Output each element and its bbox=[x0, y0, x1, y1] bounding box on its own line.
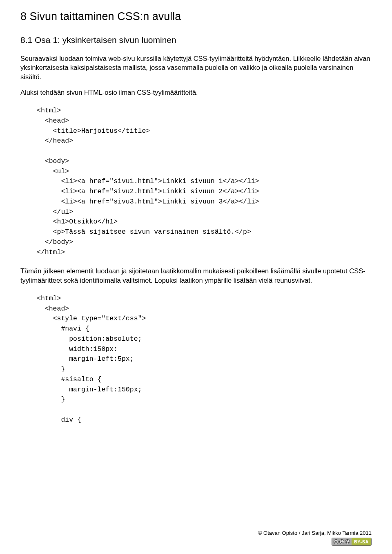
by-icon bbox=[339, 539, 344, 544]
cc-icon-group: cc bbox=[332, 538, 352, 545]
code-block-2: <html> <head> <style type="text/css"> #n… bbox=[37, 294, 372, 425]
page-heading-1: 8 Sivun taittaminen CSS:n avulla bbox=[20, 10, 372, 23]
cc-license-badge: cc BY-SA bbox=[332, 538, 372, 546]
sa-icon bbox=[345, 539, 350, 544]
cc-label-text: BY-SA bbox=[352, 538, 371, 545]
code-block-1: <html> <head> <title>Harjoitus</title> <… bbox=[37, 106, 372, 257]
footer-copyright: © Otavan Opisto / Jari Sarja, Mikko Tarm… bbox=[258, 530, 372, 536]
page-heading-2: 8.1 Osa 1: yksinkertaisen sivun luominen bbox=[20, 35, 372, 45]
cc-icon: cc bbox=[334, 539, 339, 544]
paragraph-3: Tämän jälkeen elementit luodaan ja sijoi… bbox=[20, 266, 372, 285]
paragraph-1: Seuraavaksi luodaan toimiva web-sivu kur… bbox=[20, 54, 372, 81]
paragraph-2: Aluksi tehdään sivun HTML-osio ilman CSS… bbox=[20, 88, 372, 97]
page-footer: © Otavan Opisto / Jari Sarja, Mikko Tarm… bbox=[258, 530, 372, 546]
svg-point-0 bbox=[341, 541, 342, 541]
